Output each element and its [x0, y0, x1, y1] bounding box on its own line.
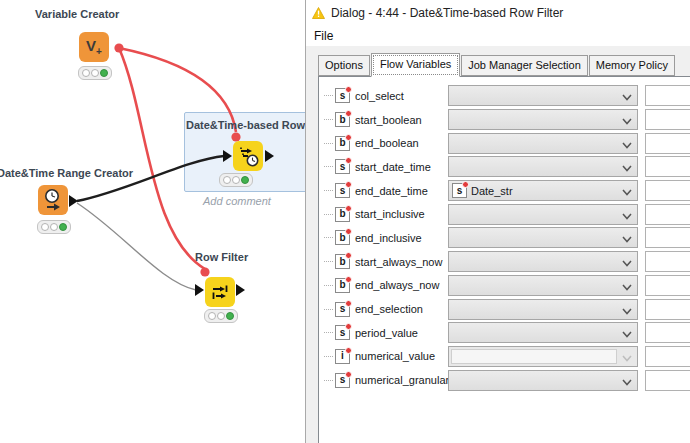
- variable-select-dropdown[interactable]: [448, 251, 638, 272]
- row-filter-clock-icon: [235, 143, 261, 169]
- add-comment-placeholder[interactable]: Add comment: [203, 195, 271, 207]
- node-label-row-filter: Row Filter: [195, 251, 248, 263]
- modified-dot-icon: [345, 300, 352, 307]
- row-filter-input-port[interactable]: [195, 284, 204, 296]
- tab-flow-variables[interactable]: Flow Variables: [371, 53, 460, 77]
- new-variable-name-input[interactable]: [645, 85, 690, 106]
- dialog-tabs: Options Flow Variables Job Manager Selec…: [318, 55, 676, 76]
- flow-variable-name: col_select: [355, 90, 404, 102]
- flow-variable-name: start_always_now: [355, 256, 442, 268]
- chevron-down-icon: [621, 303, 633, 315]
- modified-dot-icon: [345, 228, 352, 235]
- new-variable-name-input[interactable]: [645, 346, 690, 367]
- modified-dot-icon: [345, 276, 352, 283]
- variable-type-badge: s: [335, 88, 350, 103]
- new-variable-name-input[interactable]: [645, 133, 690, 154]
- warning-triangle-icon: [312, 7, 325, 19]
- new-variable-name-input[interactable]: [645, 109, 690, 130]
- new-variable-name-input[interactable]: [645, 322, 690, 343]
- variable-select-dropdown[interactable]: [448, 299, 638, 320]
- tab-job-manager-selection[interactable]: Job Manager Selection: [461, 55, 588, 76]
- new-variable-name-input[interactable]: [645, 156, 690, 177]
- dt-range-creator-output-port[interactable]: [69, 195, 78, 207]
- flow-variable-name: end_boolean: [355, 137, 419, 149]
- variable-creator-output-port[interactable]: [114, 43, 123, 52]
- chevron-down-icon: [621, 184, 633, 196]
- new-variable-name-input[interactable]: [645, 227, 690, 248]
- variable-select-dropdown[interactable]: [448, 133, 638, 154]
- modified-dot-icon: [345, 134, 352, 141]
- traffic-light-row-filter: [204, 309, 238, 323]
- flow-variable-row: s end_date_time s Date_str: [319, 179, 690, 203]
- modified-dot-icon: [345, 86, 352, 93]
- flow-variable-name: end_always_now: [355, 279, 439, 291]
- variable-select-dropdown[interactable]: [448, 275, 638, 296]
- node-row-filter[interactable]: [205, 277, 235, 307]
- selected-variable-value: Date_str: [471, 185, 513, 197]
- traffic-light-variable-creator: [78, 66, 112, 80]
- variable-select-dropdown[interactable]: [448, 109, 638, 130]
- variable-select-dropdown[interactable]: [448, 370, 638, 391]
- new-variable-name-input[interactable]: [645, 299, 690, 320]
- variable-select-dropdown[interactable]: [448, 156, 638, 177]
- tree-connector: [324, 309, 333, 310]
- variable-select-dropdown[interactable]: [448, 322, 638, 343]
- variable-select-dropdown[interactable]: [448, 85, 638, 106]
- node-dt-range-creator[interactable]: [38, 185, 68, 215]
- variable-select-dropdown[interactable]: [448, 346, 638, 367]
- node-dt-row-filter[interactable]: [233, 141, 263, 171]
- row-filter-output-port[interactable]: [236, 284, 245, 296]
- chevron-down-icon: [621, 89, 633, 101]
- node-label-dt-row-filter: Date&Time-based Row Filt: [186, 119, 325, 131]
- new-variable-name-input[interactable]: [645, 180, 690, 201]
- menu-file[interactable]: File: [306, 29, 341, 43]
- flow-variables-panel: s col_select b start_boolean: [318, 76, 690, 443]
- flow-variable-row: b end_inclusive: [319, 226, 690, 250]
- tree-connector: [324, 332, 333, 333]
- chevron-down-icon: [621, 160, 633, 172]
- chevron-down-icon: [621, 350, 633, 362]
- variable-type-badge: b: [335, 112, 350, 127]
- variable-type-badge: s: [335, 159, 350, 174]
- row-filter-icon: [207, 279, 233, 305]
- traffic-light-dt-row-filter: [219, 173, 253, 187]
- chevron-down-icon: [621, 279, 633, 291]
- dialog-menubar: File: [306, 26, 690, 46]
- tab-memory-policy[interactable]: Memory Policy: [589, 55, 675, 76]
- flow-variable-row: s start_date_time: [319, 155, 690, 179]
- modified-dot-icon: [345, 205, 352, 212]
- new-variable-name-input[interactable]: [645, 251, 690, 272]
- chevron-down-icon: [621, 255, 633, 267]
- row-filter-variable-input-port[interactable]: [200, 267, 209, 276]
- new-variable-name-input[interactable]: [645, 275, 690, 296]
- flow-variable-name: period_value: [355, 327, 418, 339]
- variable-select-dropdown[interactable]: [448, 204, 638, 225]
- chevron-down-icon: [621, 231, 633, 243]
- modified-dot-icon: [345, 371, 352, 378]
- variable-select-dropdown[interactable]: [448, 227, 638, 248]
- clock-arrow-icon: [40, 187, 66, 213]
- node-dialog-window: Dialog - 4:44 - Date&Time-based Row Filt…: [305, 0, 690, 443]
- flow-variable-name: start_inclusive: [355, 208, 425, 220]
- node-label-variable-creator: Variable Creator: [35, 8, 119, 20]
- modified-dot-icon: [345, 110, 352, 117]
- flow-variable-row: b start_inclusive: [319, 202, 690, 226]
- tab-options[interactable]: Options: [318, 55, 370, 76]
- chevron-down-icon: [621, 374, 633, 386]
- gray-wire-to-row-filter[interactable]: [77, 203, 196, 290]
- dialog-titlebar[interactable]: Dialog - 4:44 - Date&Time-based Row Filt…: [306, 0, 690, 26]
- variable-type-badge: i: [335, 349, 350, 364]
- tree-connector: [324, 143, 333, 144]
- flow-variable-name: numerical_value: [355, 350, 435, 362]
- new-variable-name-input[interactable]: [645, 370, 690, 391]
- flow-variable-row: b start_always_now: [319, 250, 690, 274]
- flow-variable-row: i numerical_value: [319, 345, 690, 369]
- node-variable-creator[interactable]: V+: [79, 32, 109, 62]
- chevron-down-icon: [621, 208, 633, 220]
- variable-select-dropdown[interactable]: s Date_str: [448, 180, 638, 201]
- chevron-down-icon: [621, 326, 633, 338]
- flow-variable-name: numerical_granularity: [355, 374, 460, 386]
- new-variable-name-input[interactable]: [645, 204, 690, 225]
- tree-connector: [324, 95, 333, 96]
- node-label-dt-range-creator: Date&Time Range Creator: [0, 167, 133, 179]
